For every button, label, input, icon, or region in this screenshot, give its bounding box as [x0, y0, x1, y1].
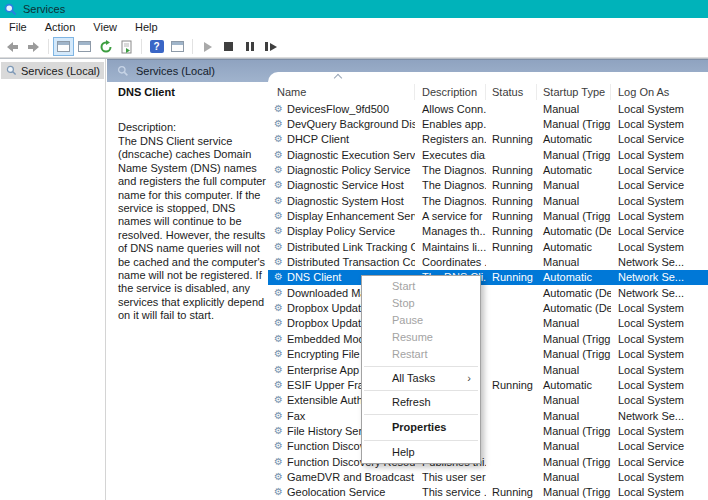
refresh-button[interactable]: [95, 37, 116, 56]
column-header-description[interactable]: Description: [415, 84, 486, 100]
cell-log-on-as: Local System: [611, 485, 708, 500]
show-console-tree-button[interactable]: [53, 37, 74, 56]
cell-description: Executes dia...: [415, 147, 486, 162]
table-row[interactable]: ⚙FaxManualNetwork Se...: [268, 408, 708, 423]
context-menu-item-properties[interactable]: Properties: [362, 418, 480, 437]
cell-log-on-as: Local System: [611, 300, 708, 315]
table-row[interactable]: ⚙Extensible Authenticatio...ManualLocal …: [268, 393, 708, 408]
column-header-name[interactable]: Name: [268, 84, 415, 100]
table-row[interactable]: ⚙ESIF Upper Framework S...RunningAutomat…: [268, 377, 708, 392]
cell-description: Allows Conn...: [415, 101, 486, 116]
cell-description: Registers an...: [415, 132, 486, 147]
table-row[interactable]: ⚙Display Enhancement ServiceA service fo…: [268, 208, 708, 223]
restart-service-icon: [265, 42, 277, 51]
column-header-startup-type[interactable]: Startup Type: [537, 84, 611, 100]
cell-status: Running: [486, 377, 537, 392]
cell-startup-type: Automatic: [537, 239, 611, 254]
service-gear-icon: ⚙: [274, 487, 283, 497]
table-row[interactable]: ⚙Diagnostic Execution ServiceExecutes di…: [268, 147, 708, 162]
extended-view-tab[interactable]: Services (Local): [117, 59, 215, 82]
show-action-pane-icon: [171, 41, 184, 52]
cell-log-on-as: Local Service: [611, 454, 708, 469]
cell-status: [486, 469, 537, 484]
menu-help[interactable]: Help: [126, 21, 167, 33]
show-action-pane-button[interactable]: [167, 37, 188, 56]
table-row[interactable]: ⚙Geolocation ServiceThis service ...Runn…: [268, 485, 708, 500]
tree-item-label: Services (Local): [21, 65, 100, 77]
table-row[interactable]: ⚙Diagnostic System HostThe Diagnos...Run…: [268, 193, 708, 208]
cell-startup-type: Manual (Trigg...: [537, 208, 611, 223]
table-row[interactable]: ⚙Enterprise App Managem...ManualLocal Sy…: [268, 362, 708, 377]
cell-startup-type: Manual: [537, 469, 611, 484]
properties-window-button[interactable]: [74, 37, 95, 56]
column-header-log-on-as[interactable]: Log On As: [611, 84, 708, 100]
properties-window-icon: [78, 41, 91, 52]
context-menu-item-stop[interactable]: Stop: [362, 295, 480, 312]
context-menu-item-start[interactable]: Start: [362, 278, 480, 295]
context-menu-item-restart[interactable]: Restart: [362, 346, 480, 363]
table-row[interactable]: ⚙Function Discovery Provi...ManualLocal …: [268, 439, 708, 454]
service-gear-icon: ⚙: [274, 303, 283, 313]
cell-description: This service ...: [415, 485, 486, 500]
start-service-button[interactable]: [197, 37, 218, 56]
table-row[interactable]: ⚙Display Policy ServiceManages th...Runn…: [268, 224, 708, 239]
cell-startup-type: Manual (Trigg...: [537, 331, 611, 346]
forward-icon: [26, 40, 41, 54]
tab-magnifier-icon: [117, 65, 129, 77]
table-row[interactable]: ⚙DHCP ClientRegisters an...RunningAutoma…: [268, 132, 708, 147]
tree-item-services-local[interactable]: Services (Local): [1, 62, 104, 79]
restart-service-button[interactable]: [260, 37, 281, 56]
cell-startup-type: Manual: [537, 193, 611, 208]
table-row[interactable]: ⚙Dropbox Update Service (...Automatic (D…: [268, 300, 708, 315]
menu-file[interactable]: File: [0, 21, 36, 33]
cell-log-on-as: Local System: [611, 193, 708, 208]
table-row[interactable]: ⚙Diagnostic Service HostThe Diagnos...Ru…: [268, 178, 708, 193]
forward-button[interactable]: [23, 37, 44, 56]
cell-startup-type: Manual: [537, 408, 611, 423]
menu-action[interactable]: Action: [36, 21, 85, 33]
table-row[interactable]: ⚙DevQuery Background Disc...Enables app.…: [268, 116, 708, 131]
table-row[interactable]: ⚙Dropbox Update Service (...ManualLocal …: [268, 316, 708, 331]
help-button[interactable]: ?: [146, 37, 167, 56]
service-gear-icon: ⚙: [274, 104, 283, 114]
table-row[interactable]: ⚙Embedded ModeManual (Trigg...Local Syst…: [268, 331, 708, 346]
service-gear-icon: ⚙: [274, 242, 283, 252]
cell-log-on-as: Local System: [611, 147, 708, 162]
table-row[interactable]: ⚙Encrypting File System (EF...Manual (Tr…: [268, 347, 708, 362]
table-row[interactable]: ⚙Diagnostic Policy ServiceThe Diagnos...…: [268, 162, 708, 177]
refresh-icon: [99, 40, 113, 54]
table-row[interactable]: ⚙GameDVR and Broadcast Us...This user se…: [268, 469, 708, 484]
submenu-arrow-icon: ›: [467, 370, 471, 387]
table-row[interactable]: ⚙Distributed Transaction Coor...Coordina…: [268, 254, 708, 269]
stop-service-button[interactable]: [218, 37, 239, 56]
pause-service-button[interactable]: [239, 37, 260, 56]
toolbar-separator: [48, 39, 49, 54]
cell-log-on-as: Local Service: [611, 439, 708, 454]
menu-view[interactable]: View: [84, 21, 126, 33]
column-header-status[interactable]: Status: [486, 84, 537, 100]
service-gear-icon: ⚙: [274, 257, 283, 267]
back-button[interactable]: [2, 37, 23, 56]
table-row[interactable]: ⚙Function Discovery Resour...Publishes t…: [268, 454, 708, 469]
context-menu-item-pause[interactable]: Pause: [362, 312, 480, 329]
export-list-button[interactable]: [116, 37, 137, 56]
context-menu-item-all-tasks[interactable]: All Tasks›: [362, 370, 480, 387]
cell-description: A service for ...: [415, 208, 486, 223]
cell-log-on-as: Local System: [611, 239, 708, 254]
cell-description: Manages th...: [415, 224, 486, 239]
context-menu-item-help[interactable]: Help: [362, 444, 480, 461]
cell-log-on-as: Local System: [611, 208, 708, 223]
table-row[interactable]: ⚙DNS ClientThe DNS Cli...RunningAutomati…: [268, 270, 708, 285]
table-row[interactable]: ⚙DevicesFlow_9fd500Allows Conn...ManualL…: [268, 101, 708, 116]
cell-status: Running: [486, 162, 537, 177]
cell-status: [486, 285, 537, 300]
cell-name: ⚙DevicesFlow_9fd500: [268, 101, 415, 116]
service-gear-icon: ⚙: [274, 119, 283, 129]
table-row[interactable]: ⚙Distributed Link Tracking Cli...Maintai…: [268, 239, 708, 254]
context-menu-item-resume[interactable]: Resume: [362, 329, 480, 346]
table-row[interactable]: ⚙Downloaded Maps Mana...Automatic (De...…: [268, 285, 708, 300]
table-row[interactable]: ⚙File History ServiceManual (Trigg...Loc…: [268, 423, 708, 438]
cell-status: Running: [486, 178, 537, 193]
context-menu-item-refresh[interactable]: Refresh: [362, 394, 480, 411]
cell-log-on-as: Local System: [611, 393, 708, 408]
